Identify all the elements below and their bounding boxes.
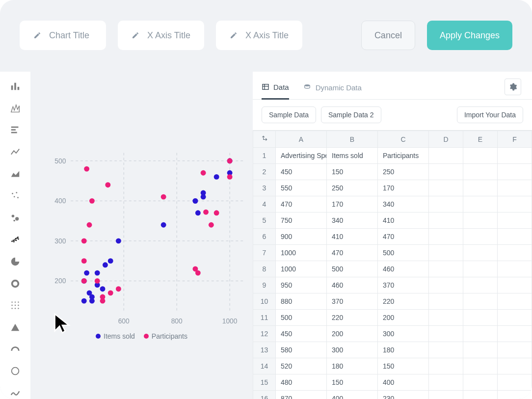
cell-D4[interactable] [429,196,463,213]
cell-A9[interactable]: 950 [276,277,327,293]
row-number[interactable]: 15 [253,374,276,391]
cell-B12[interactable]: 200 [327,326,378,342]
sample-data-2-button[interactable]: Sample Data 2 [321,106,381,123]
col-header-E[interactable]: E [463,131,498,148]
cell-D1[interactable] [429,148,463,164]
cell-C3[interactable]: 170 [378,180,429,196]
ring-chart-icon[interactable] [8,365,22,377]
area-chart-icon[interactable] [8,168,22,180]
cell-F15[interactable] [498,374,532,391]
gauge-chart-icon[interactable] [8,343,22,355]
cell-D8[interactable] [429,261,463,277]
line-chart-icon[interactable] [8,146,22,159]
row-number[interactable]: 11 [253,310,276,326]
cell-E1[interactable] [463,148,498,164]
cell-C9[interactable]: 370 [378,277,429,293]
cell-F9[interactable] [498,277,532,293]
scatter-sparse-icon[interactable] [8,190,22,202]
cell-C12[interactable]: 300 [378,326,429,342]
row-number[interactable]: 14 [253,358,276,374]
row-number[interactable]: 8 [253,261,276,277]
cell-F3[interactable] [498,180,532,196]
col-header-B[interactable]: B [327,131,378,148]
row-number[interactable]: 12 [253,326,276,342]
cell-E10[interactable] [463,293,498,310]
tab-data[interactable]: Data [262,79,289,100]
sample-data-1-button[interactable]: Sample Data [262,106,316,123]
cell-D16[interactable] [429,391,463,399]
data-grid[interactable]: ABCDEF1Advertising Spent ($)Items soldPa… [253,131,532,399]
cell-F2[interactable] [498,164,532,180]
cell-B13[interactable]: 300 [327,342,378,358]
cell-D14[interactable] [429,358,463,374]
col-header-C[interactable]: C [378,131,429,148]
cell-B1[interactable]: Items sold [327,148,378,164]
cell-F14[interactable] [498,358,532,374]
cell-E6[interactable] [463,229,498,245]
chart-title-input[interactable]: Chart Title [20,21,106,50]
cell-C14[interactable]: 150 [378,358,429,374]
cell-A2[interactable]: 450 [276,164,327,180]
cell-A3[interactable]: 550 [276,180,327,196]
cell-D11[interactable] [429,310,463,326]
import-data-button[interactable]: Import Your Data [457,106,523,123]
cell-E9[interactable] [463,277,498,293]
cell-C4[interactable]: 340 [378,196,429,213]
row-number[interactable]: 7 [253,245,276,261]
cell-D9[interactable] [429,277,463,293]
grid-corner[interactable] [253,131,276,148]
cell-F16[interactable] [498,391,532,399]
cell-A11[interactable]: 500 [276,310,327,326]
cell-E12[interactable] [463,326,498,342]
cell-B10[interactable]: 370 [327,293,378,310]
cell-D10[interactable] [429,293,463,310]
cell-F4[interactable] [498,196,532,213]
horizontal-bar-icon[interactable] [8,124,22,136]
col-header-F[interactable]: F [498,131,532,148]
x-axis-title-input-2[interactable]: X Axis Title [216,21,302,50]
cell-B7[interactable]: 470 [327,245,378,261]
bar-chart-icon[interactable] [8,80,22,93]
scatter-dense-icon[interactable] [8,234,22,246]
cell-E11[interactable] [463,310,498,326]
row-number[interactable]: 5 [253,213,276,229]
cell-B3[interactable]: 250 [327,180,378,196]
cell-C5[interactable]: 410 [378,213,429,229]
cell-C7[interactable]: 500 [378,245,429,261]
spark-chart-icon[interactable] [8,387,22,399]
cell-F6[interactable] [498,229,532,245]
row-number[interactable]: 10 [253,293,276,310]
cell-A1[interactable]: Advertising Spent ($) [276,148,327,164]
apply-changes-button[interactable]: Apply Changes [427,21,512,50]
row-number[interactable]: 13 [253,342,276,358]
row-number[interactable]: 6 [253,229,276,245]
row-number[interactable]: 9 [253,277,276,293]
cell-E7[interactable] [463,245,498,261]
row-number[interactable]: 3 [253,180,276,196]
cell-A14[interactable]: 520 [276,358,327,374]
cell-C1[interactable]: Participants [378,148,429,164]
cell-B14[interactable]: 180 [327,358,378,374]
cell-A7[interactable]: 1000 [276,245,327,261]
cell-A12[interactable]: 450 [276,326,327,342]
cell-A16[interactable]: 870 [276,391,327,399]
dot-matrix-icon[interactable] [8,299,22,312]
cell-E4[interactable] [463,196,498,213]
cell-A10[interactable]: 880 [276,293,327,310]
cell-E16[interactable] [463,391,498,399]
bubble-chart-icon[interactable] [8,212,22,224]
cell-E2[interactable] [463,164,498,180]
cell-E14[interactable] [463,358,498,374]
cell-A4[interactable]: 470 [276,196,327,213]
cell-F5[interactable] [498,213,532,229]
pyramid-chart-icon[interactable] [8,321,22,334]
tab-dynamic-data[interactable]: Dynamic Data [303,80,362,99]
row-number[interactable]: 16 [253,391,276,399]
cell-C13[interactable]: 180 [378,342,429,358]
pie-chart-icon[interactable] [8,256,22,268]
cell-D3[interactable] [429,180,463,196]
row-number[interactable]: 4 [253,196,276,213]
row-number[interactable]: 1 [253,148,276,164]
cell-F1[interactable] [498,148,532,164]
cell-C16[interactable]: 230 [378,391,429,399]
